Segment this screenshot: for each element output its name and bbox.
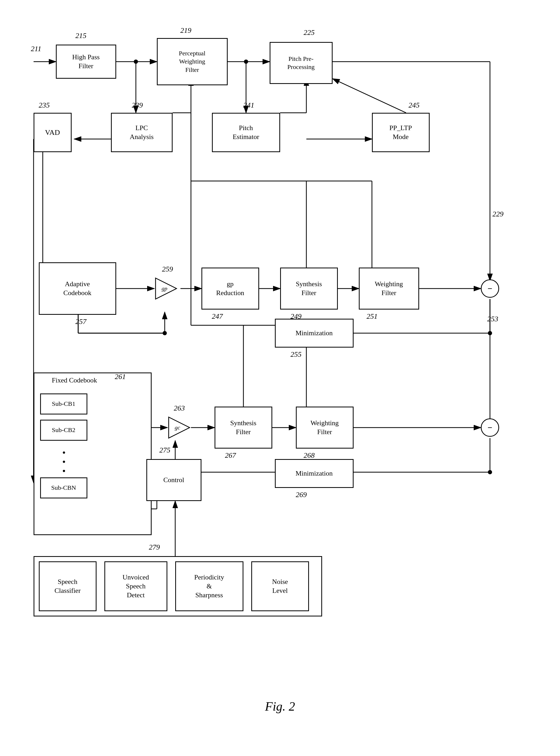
label-235: 235: [39, 101, 50, 110]
label-251: 251: [367, 312, 378, 321]
box-adaptive: Adaptive Codebook: [39, 262, 116, 315]
label-261: 261: [115, 373, 126, 381]
svg-point-35: [488, 331, 492, 335]
box-control: Control: [146, 459, 201, 501]
box-syn1: Synthesis Filter: [280, 267, 338, 310]
label-279: 279: [149, 543, 160, 551]
label-269: 269: [296, 491, 307, 499]
box-periodicity: Periodicity & Sharpness: [175, 561, 243, 611]
box-noise: Noise Level: [251, 561, 309, 611]
label-215: 215: [76, 32, 86, 40]
box-sub-cb2: Sub-CB2: [40, 420, 87, 441]
circle-minus-2: −: [481, 418, 499, 437]
box-min2: Minimization: [275, 459, 354, 488]
box-hpf: High Pass Filter: [56, 45, 116, 79]
label-245: 245: [409, 101, 420, 110]
label-229: 229: [493, 210, 504, 218]
label-239: 239: [132, 101, 143, 110]
svg-point-6: [244, 60, 248, 64]
label-219: 219: [180, 26, 192, 35]
svg-point-28: [163, 331, 167, 335]
svg-point-4: [134, 60, 138, 64]
box-gp-red: gp Reduction: [201, 267, 259, 310]
label-253: 253: [487, 315, 498, 323]
box-syn2: Synthesis Filter: [215, 406, 272, 449]
box-sub-cb1: Sub-CB1: [40, 394, 87, 415]
box-unvoiced: Unvoiced Speech Detect: [104, 561, 167, 611]
svg-text:gp: gp: [162, 285, 167, 292]
diagram-container: 211 High Pass Filter 215 Perceptual Weig…: [18, 11, 542, 719]
box-lpc: LPC Analysis: [111, 113, 173, 152]
box-pitch-pre: Pitch Pre- Processing: [269, 42, 333, 84]
fixed-codebook-label: Fixed Codebook: [52, 376, 97, 384]
box-wf1: Weighting Filter: [359, 267, 419, 310]
label-257: 257: [76, 317, 86, 326]
label-259: 259: [162, 265, 173, 273]
triangle-gp: gp: [154, 277, 178, 300]
label-268: 268: [304, 451, 315, 460]
svg-text:gc: gc: [175, 424, 180, 431]
label-267: 267: [225, 451, 236, 460]
label-275: 275: [159, 446, 171, 454]
box-pitch-est: Pitch Estimator: [212, 113, 280, 152]
circle-minus-1: −: [481, 279, 499, 298]
svg-point-46: [488, 470, 492, 474]
box-min1: Minimization: [275, 319, 354, 347]
label-211: 211: [31, 45, 41, 53]
box-wf2: Weighting Filter: [296, 406, 354, 449]
box-pwf: Perceptual Weighting Filter: [157, 38, 228, 85]
label-247: 247: [212, 312, 223, 321]
box-vad: VAD: [34, 113, 72, 152]
label-263: 263: [174, 404, 185, 412]
triangle-gc: gc: [167, 416, 191, 439]
label-241: 241: [243, 101, 255, 110]
fig-label: Fig. 2: [265, 699, 295, 714]
svg-line-17: [333, 79, 406, 113]
dots-3: •: [62, 465, 66, 477]
box-speech-cls: Speech Classifier: [39, 561, 97, 611]
label-255: 255: [291, 350, 302, 359]
box-sub-cbn: Sub-CBN: [40, 477, 87, 498]
box-pp-ltp: PP_LTP Mode: [372, 113, 429, 152]
label-225: 225: [304, 28, 315, 37]
